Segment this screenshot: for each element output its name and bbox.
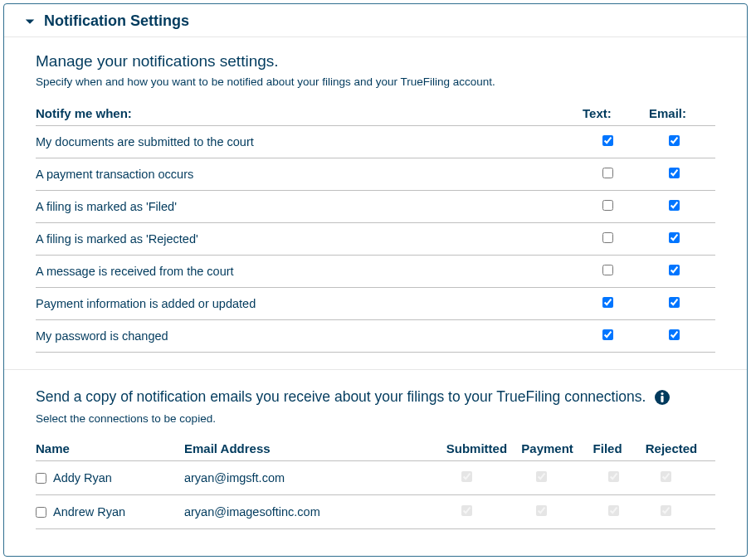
manage-title: Manage your notifications settings. [36, 52, 715, 71]
notify-row: A filing is marked as 'Filed' [36, 191, 715, 223]
copy-title-row: Send a copy of notification emails you r… [36, 388, 715, 406]
connection-email: aryan@imgsft.com [184, 461, 446, 495]
connections-table: Name Email Address Submitted Payment Fil… [36, 438, 715, 529]
panel-title: Notification Settings [44, 12, 189, 30]
notify-row: My password is changed [36, 320, 715, 353]
copy-title: Send a copy of notification emails you r… [36, 388, 646, 406]
notify-text-checkbox[interactable] [602, 200, 613, 211]
manage-subtitle: Specify when and how you want to be noti… [36, 75, 715, 88]
connection-filed-checkbox [608, 505, 619, 516]
connection-rejected-checkbox [661, 471, 671, 482]
notify-text-checkbox[interactable] [602, 329, 613, 340]
connection-select-checkbox[interactable] [36, 473, 46, 484]
connection-select-checkbox[interactable] [36, 507, 46, 518]
notify-row-label: A filing is marked as 'Filed' [36, 191, 583, 223]
conn-col-submitted: Submitted [446, 438, 522, 461]
notify-row-label: A filing is marked as 'Rejected' [36, 223, 583, 256]
chevron-down-icon [24, 16, 36, 27]
notify-table: Notify me when: Text: Email: My document… [36, 103, 715, 353]
conn-col-email: Email Address [184, 438, 446, 461]
conn-col-filed: Filed [593, 438, 646, 461]
connection-payment-checkbox [536, 505, 547, 516]
connection-name: Andrew Ryan [53, 505, 125, 519]
connection-rejected-checkbox [661, 505, 671, 516]
connection-submitted-checkbox [461, 471, 472, 482]
notify-email-checkbox[interactable] [669, 265, 680, 275]
notify-text-checkbox[interactable] [602, 297, 613, 308]
info-icon[interactable] [654, 389, 671, 406]
notify-text-checkbox[interactable] [602, 135, 613, 146]
notify-email-checkbox[interactable] [669, 200, 680, 211]
notify-email-checkbox[interactable] [669, 297, 680, 308]
notify-email-checkbox[interactable] [669, 135, 680, 146]
connection-filed-checkbox [608, 471, 619, 482]
notify-text-checkbox[interactable] [602, 265, 613, 275]
notify-col-text: Text: [583, 103, 649, 126]
notify-col-label: Notify me when: [36, 103, 583, 126]
copy-section: Send a copy of notification emails you r… [4, 370, 747, 529]
connection-row: Andrew Ryanaryan@imagesoftinc.com [36, 495, 715, 529]
connection-name: Addy Ryan [53, 471, 112, 485]
notify-col-email: Email: [649, 103, 715, 126]
notify-row: A filing is marked as 'Rejected' [36, 223, 715, 256]
notify-email-checkbox[interactable] [669, 232, 680, 243]
manage-section: Manage your notifications settings. Spec… [4, 37, 747, 353]
notify-row: A message is received from the court [36, 256, 715, 288]
notify-email-checkbox[interactable] [669, 168, 680, 178]
svg-point-1 [661, 392, 664, 394]
notify-row-label: Payment information is added or updated [36, 288, 583, 320]
connection-payment-checkbox [536, 471, 547, 482]
svg-rect-2 [661, 396, 664, 402]
notify-row: Payment information is added or updated [36, 288, 715, 320]
conn-col-rejected: Rejected [646, 438, 715, 461]
notify-row: My documents are submitted to the court [36, 126, 715, 158]
connection-email: aryan@imagesoftinc.com [184, 495, 446, 529]
notify-text-checkbox[interactable] [602, 168, 613, 178]
panel-header[interactable]: Notification Settings [4, 4, 747, 37]
copy-subtitle: Select the connections to be copied. [36, 412, 715, 425]
notification-settings-panel: Notification Settings Manage your notifi… [3, 3, 748, 557]
notify-row-label: A payment transaction occurs [36, 158, 583, 191]
notify-email-checkbox[interactable] [669, 329, 680, 340]
conn-col-payment: Payment [521, 438, 593, 461]
notify-row-label: My documents are submitted to the court [36, 126, 583, 158]
notify-row: A payment transaction occurs [36, 158, 715, 191]
conn-col-name: Name [36, 438, 184, 461]
notify-text-checkbox[interactable] [602, 232, 613, 243]
connection-row: Addy Ryanaryan@imgsft.com [36, 461, 715, 495]
notify-row-label: A message is received from the court [36, 256, 583, 288]
notify-row-label: My password is changed [36, 320, 583, 353]
connection-submitted-checkbox [461, 505, 472, 516]
